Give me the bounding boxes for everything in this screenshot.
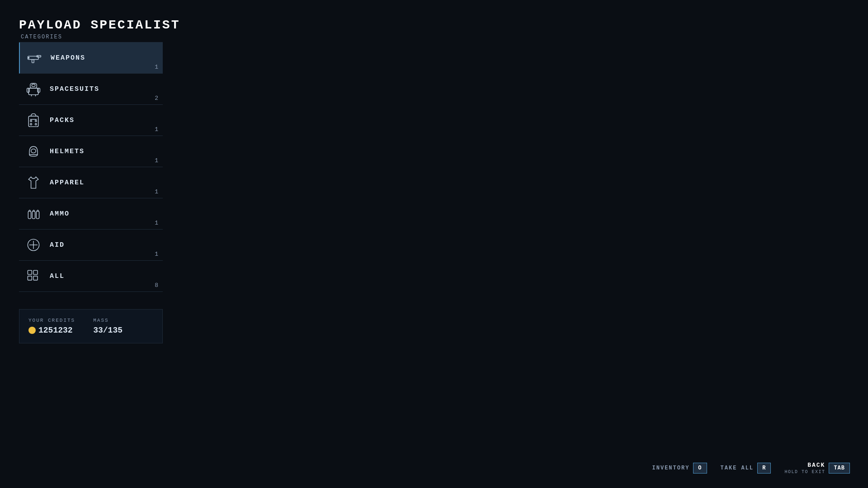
svg-rect-27 — [28, 276, 32, 280]
all-icon — [24, 267, 42, 285]
sidebar-item-aid[interactable]: AID 1 — [19, 230, 163, 261]
ammo-label: AMMO — [50, 210, 157, 218]
svg-rect-3 — [28, 57, 30, 59]
page-title: PAYLOAD SPECIALIST — [19, 18, 180, 32]
spacesuits-icon — [24, 80, 42, 98]
svg-rect-2 — [32, 60, 34, 63]
sidebar-item-all[interactable]: ALL 8 — [19, 261, 163, 292]
sidebar-item-packs[interactable]: PACKS 1 — [19, 105, 163, 136]
back-group: BACK HOLD TO EXIT — [784, 462, 825, 474]
helmets-count: 1 — [155, 157, 158, 164]
svg-rect-10 — [32, 84, 35, 86]
credits-amount: 1251232 — [38, 326, 73, 335]
back-key[interactable]: TAB — [829, 463, 850, 474]
all-count: 8 — [155, 282, 158, 289]
packs-count: 1 — [155, 126, 158, 133]
sidebar-item-spacesuits[interactable]: SPACESUITS 2 — [19, 74, 163, 105]
credits-label: YOUR CREDITS — [28, 318, 75, 323]
back-sub: HOLD TO EXIT — [784, 469, 825, 474]
svg-rect-19 — [28, 211, 31, 219]
all-label: ALL — [50, 272, 157, 280]
packs-label: PACKS — [50, 117, 157, 124]
sidebar-item-apparel[interactable]: APPAREL 1 — [19, 167, 163, 198]
credits-icon — [28, 327, 36, 334]
back-action: BACK HOLD TO EXIT TAB — [784, 462, 850, 474]
svg-point-14 — [35, 120, 37, 122]
take-all-key[interactable]: R — [757, 463, 771, 474]
helmets-label: HELMETS — [50, 148, 157, 155]
inventory-label: INVENTORY — [652, 465, 690, 471]
sidebar: CATEGORIES WEAPONS 1 — [19, 34, 163, 292]
mass-block: MASS 33/135 — [93, 318, 123, 335]
svg-rect-28 — [33, 276, 38, 280]
mass-value: 33/135 — [93, 326, 123, 335]
svg-rect-25 — [28, 270, 32, 274]
svg-rect-26 — [33, 270, 38, 274]
svg-point-17 — [31, 149, 36, 153]
inventory-action: INVENTORY O — [652, 463, 707, 474]
category-list: WEAPONS 1 SPACESUITS 2 — [19, 42, 163, 292]
bottom-info: YOUR CREDITS 1251232 MASS 33/135 — [19, 309, 163, 343]
svg-rect-20 — [32, 211, 35, 219]
packs-icon — [24, 111, 42, 129]
svg-point-16 — [35, 123, 37, 125]
apparel-label: APPAREL — [50, 179, 157, 187]
svg-rect-5 — [28, 88, 38, 94]
sidebar-item-helmets[interactable]: HELMETS 1 — [19, 136, 163, 167]
aid-count: 1 — [155, 251, 158, 258]
take-all-label: TAKE ALL — [721, 465, 754, 471]
spacesuits-count: 2 — [155, 95, 158, 102]
apparel-count: 1 — [155, 188, 158, 195]
ammo-icon — [24, 205, 42, 223]
sidebar-item-weapons[interactable]: WEAPONS 1 — [19, 42, 163, 74]
ammo-count: 1 — [155, 220, 158, 226]
sidebar-item-ammo[interactable]: AMMO 1 — [19, 198, 163, 230]
weapons-icon — [25, 49, 43, 67]
aid-label: AID — [50, 241, 157, 249]
helmets-icon — [24, 142, 42, 160]
weapons-label: WEAPONS — [51, 54, 157, 62]
take-all-action: TAKE ALL R — [721, 463, 771, 474]
mass-label: MASS — [93, 318, 123, 323]
credits-value: 1251232 — [28, 326, 75, 335]
categories-label: CATEGORIES — [19, 34, 163, 40]
credits-block: YOUR CREDITS 1251232 — [28, 318, 75, 335]
svg-point-15 — [30, 123, 32, 125]
action-bar: INVENTORY O TAKE ALL R BACK HOLD TO EXIT… — [652, 462, 850, 474]
spacesuits-label: SPACESUITS — [50, 85, 157, 93]
svg-rect-21 — [36, 211, 39, 219]
inventory-key[interactable]: O — [693, 463, 707, 474]
aid-icon — [24, 236, 42, 254]
svg-point-13 — [30, 120, 32, 122]
back-label: BACK — [807, 462, 825, 469]
weapons-count: 1 — [155, 64, 158, 70]
apparel-icon — [24, 174, 42, 192]
app: PAYLOAD SPECIALIST CATEGORIES WEAPONS 1 — [0, 0, 868, 488]
